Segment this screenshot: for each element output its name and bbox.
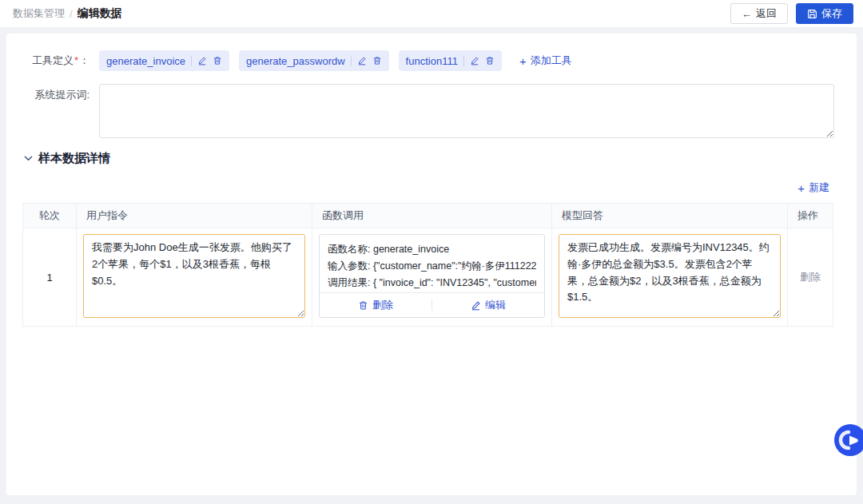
function-result-line: 调用结果: { "invoice_id": "INV12345", "custo…	[328, 275, 536, 292]
tool-tags: generate_invoice generate_passwordw	[99, 50, 572, 71]
function-call-footer: 删除 编辑	[320, 292, 544, 317]
tools-row: 工具定义*： generate_invoice generate_passwor…	[22, 50, 841, 71]
content-card: 工具定义*： generate_invoice generate_passwor…	[6, 34, 857, 495]
system-prompt-label: 系统提示词:	[22, 84, 89, 102]
assistant-float-button[interactable]	[833, 423, 863, 457]
new-row: + 新建	[22, 181, 829, 195]
model-answer-input[interactable]: 发票已成功生成。发票编号为INV12345。约翰·多伊的总金额为$3.5。发票包…	[559, 234, 781, 318]
tool-tag-generate-invoice: generate_invoice	[99, 50, 229, 71]
tag-divider	[191, 56, 192, 66]
save-icon	[807, 9, 817, 19]
col-header-round: 轮次	[23, 204, 77, 228]
function-call-cell: 函数名称: generate_invoice 输入参数: {"customer_…	[312, 228, 552, 327]
table-header-row: 轮次 用户指令 函数调用 模型回答 操作	[23, 204, 833, 228]
tools-label: 工具定义*：	[22, 50, 89, 68]
new-sample-button[interactable]: + 新建	[797, 181, 829, 195]
col-header-action: 操作	[788, 204, 833, 228]
row-delete-button[interactable]: 删除	[800, 271, 821, 283]
function-edit-button[interactable]: 编辑	[432, 293, 544, 317]
pencil-icon	[471, 300, 481, 311]
back-button[interactable]: ← 返回	[730, 3, 788, 24]
col-header-model-answer: 模型回答	[552, 204, 788, 228]
required-mark: *	[74, 54, 78, 66]
table-row: 1 我需要为John Doe生成一张发票。他购买了2个苹果，每个$1，以及3根香…	[23, 228, 833, 327]
plus-icon: +	[797, 182, 805, 194]
tool-tag-function111: function111	[399, 50, 502, 71]
tag-divider	[351, 56, 352, 66]
function-delete-button[interactable]: 删除	[320, 293, 432, 317]
delete-tool-icon[interactable]	[485, 56, 495, 65]
col-header-user-instruction: 用户指令	[77, 204, 312, 228]
tools-label-colon: ：	[79, 54, 89, 66]
tool-tag-name: generate_passwordw	[246, 55, 345, 67]
back-button-label: 返回	[756, 6, 777, 21]
edit-tool-icon[interactable]	[470, 56, 479, 65]
save-button-label: 保存	[821, 6, 842, 21]
tools-label-text: 工具定义	[32, 54, 74, 66]
chevron-down-icon	[24, 154, 33, 163]
new-sample-label: 新建	[809, 181, 829, 195]
sample-data-section-header[interactable]: 样本数据详情	[24, 151, 841, 166]
function-edit-label: 编辑	[485, 298, 506, 312]
system-prompt-colon: :	[86, 89, 89, 101]
function-name-line: 函数名称: generate_invoice	[328, 241, 536, 258]
tag-divider	[463, 56, 464, 66]
tool-tag-generate-passwordw: generate_passwordw	[239, 50, 389, 71]
breadcrumb-dataset-management[interactable]: 数据集管理	[13, 6, 65, 21]
edit-tool-icon[interactable]	[197, 56, 207, 65]
user-instruction-cell: 我需要为John Doe生成一张发票。他购买了2个苹果，每个$1，以及3根香蕉，…	[77, 228, 312, 327]
system-prompt-label-text: 系统提示词	[34, 89, 86, 101]
delete-tool-icon[interactable]	[372, 56, 382, 65]
topbar: 数据集管理 / 编辑数据 ← 返回 保存	[0, 0, 863, 27]
breadcrumb-separator: /	[70, 8, 73, 20]
add-tool-button[interactable]: + 添加工具	[519, 54, 572, 68]
model-answer-cell: 发票已成功生成。发票编号为INV12345。约翰·多伊的总金额为$3.5。发票包…	[552, 228, 788, 327]
function-call-body: 函数名称: generate_invoice 输入参数: {"customer_…	[320, 235, 544, 292]
save-button[interactable]: 保存	[796, 3, 853, 24]
tool-tag-name: function111	[406, 55, 458, 67]
system-prompt-input[interactable]	[99, 84, 834, 138]
trash-icon	[358, 300, 368, 311]
function-params-line: 输入参数: {"customer_name":"约翰·多伊111222","i.…	[328, 258, 536, 275]
round-cell: 1	[23, 228, 77, 327]
system-prompt-row: 系统提示词:	[22, 84, 841, 138]
add-tool-label: 添加工具	[531, 54, 572, 68]
section-title: 样本数据详情	[38, 151, 110, 166]
delete-tool-icon[interactable]	[213, 56, 222, 65]
topbar-actions: ← 返回 保存	[730, 3, 853, 24]
breadcrumb: 数据集管理 / 编辑数据	[13, 6, 122, 21]
samples-table: 轮次 用户指令 函数调用 模型回答 操作 1 我需要为John Doe生成一张发…	[22, 203, 833, 327]
action-cell: 删除	[788, 228, 833, 327]
function-call-card: 函数名称: generate_invoice 输入参数: {"customer_…	[319, 234, 545, 318]
back-arrow-icon: ←	[742, 8, 752, 20]
edit-tool-icon[interactable]	[357, 56, 367, 65]
page-title: 编辑数据	[78, 6, 122, 21]
plus-icon: +	[519, 55, 527, 67]
tool-tag-name: generate_invoice	[106, 55, 185, 67]
col-header-function-call: 函数调用	[312, 204, 552, 228]
function-delete-label: 删除	[372, 298, 393, 312]
user-instruction-input[interactable]: 我需要为John Doe生成一张发票。他购买了2个苹果，每个$1，以及3根香蕉，…	[83, 234, 305, 318]
